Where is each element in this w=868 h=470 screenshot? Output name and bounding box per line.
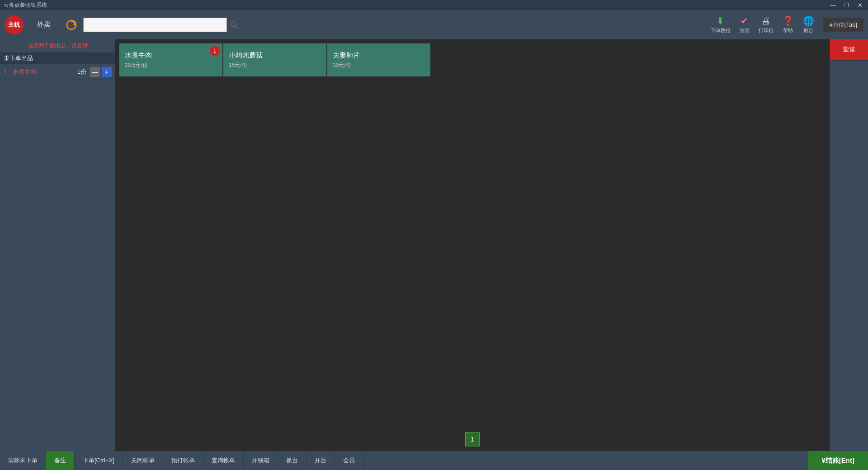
increase-qty-button[interactable]: + (102, 67, 112, 77)
action-printer-label: 打印机 (759, 27, 774, 34)
close-order-button[interactable]: 关闭帐单 (123, 451, 163, 470)
action-clean-label: 沽清 (740, 27, 750, 34)
titlebar-title: 云食点餐收银系统 (4, 1, 47, 9)
refresh-button[interactable] (64, 18, 79, 32)
menu-pagination: 1 (465, 432, 480, 446)
minimize-button[interactable]: — (828, 2, 838, 9)
query-order-button[interactable]: 查询帐单 (203, 451, 244, 470)
action-backend[interactable]: 🌐 后台 (803, 15, 814, 34)
menu-item[interactable]: 小鸡炖蘑菇 15元/份 (223, 43, 327, 77)
menu-item[interactable]: 夫妻肺片 30元/份 (327, 43, 431, 77)
member-button[interactable]: 会员 (335, 451, 363, 470)
menu-area: 水煮牛肉 20.5元/份 1 小鸡炖蘑菇 15元/份 夫妻肺片 30元/份 1 (115, 39, 830, 451)
order-item-number: 1 (4, 69, 10, 76)
action-backend-label: 后台 (803, 27, 813, 34)
takeout-tab[interactable]: 外卖 (28, 20, 60, 29)
order-list-header: 未下单出品 (0, 52, 115, 64)
place-order-button[interactable]: 下单[Ctrl+X] (75, 451, 123, 470)
transfer-button[interactable]: 换台 (278, 451, 307, 470)
remark-button[interactable]: 备注 (46, 451, 75, 470)
check-icon: ✔ (741, 15, 748, 26)
menu-item-name: 夫妻肺片 (333, 51, 425, 60)
sidebar: 该桌列下面出品，请及时 未下单出品 1 水煮牛肉 1份 — + (0, 39, 115, 451)
svg-line-3 (235, 26, 237, 28)
menu-item-price: 20.5元/份 (125, 62, 217, 69)
titlebar-controls: — ❐ ✕ (828, 2, 864, 9)
svg-marker-1 (73, 23, 75, 26)
download-icon: ⬇ (717, 15, 724, 26)
order-items-list: 1 水煮牛肉 1份 — + (0, 64, 115, 451)
action-download-label: 下单数报 (711, 27, 731, 34)
bottombar: 清除未下单 备注 下单[Ctrl+X] 关闭帐单 预打帐单 查询帐单 开钱箱 换… (0, 451, 868, 470)
topbar-right: ⬇ 下单数报 ✔ 沽清 🖨 打印机 ❓ 帮助 🌐 后台 #台位[Tab] (711, 15, 863, 34)
titlebar: 云食点餐收银系统 — ❐ ✕ (0, 0, 868, 10)
table-tab-button[interactable]: #台位[Tab] (823, 18, 863, 32)
open-box-button[interactable]: 开钱箱 (244, 451, 278, 470)
menu-item[interactable]: 水煮牛肉 20.5元/份 1 (119, 43, 223, 77)
decrease-qty-button[interactable]: — (90, 67, 100, 77)
pre-order-button[interactable]: 预打帐单 (163, 451, 203, 470)
action-help[interactable]: ❓ 帮助 (783, 15, 794, 34)
close-button[interactable]: ✕ (856, 2, 864, 9)
menu-item-badge: 1 (210, 46, 220, 56)
search-area (83, 18, 241, 32)
search-input[interactable] (83, 18, 227, 32)
topbar: 主机 外卖 ⬇ 下单数报 ✔ 沽清 🖨 打印机 (0, 10, 868, 39)
menu-item-price: 15元/份 (229, 62, 321, 69)
search-button[interactable] (227, 18, 241, 32)
action-clean[interactable]: ✔ 沽清 (740, 15, 750, 34)
order-item-name: 水煮牛肉 (13, 68, 74, 76)
split-button[interactable]: 开台 (307, 451, 335, 470)
menu-grid: 水煮牛肉 20.5元/份 1 小鸡炖蘑菇 15元/份 夫妻肺片 30元/份 (115, 39, 830, 81)
page-button-1[interactable]: 1 (465, 432, 480, 446)
category-item-meat[interactable]: 荤菜 (830, 39, 868, 61)
sidebar-hint: 该桌列下面出品，请及时 (0, 39, 115, 52)
globe-icon: 🌐 (803, 15, 814, 26)
clear-pending-button[interactable]: 清除未下单 (0, 451, 46, 470)
main-content: 该桌列下面出品，请及时 未下单出品 1 水煮牛肉 1份 — + 水煮牛肉 20.… (0, 39, 868, 451)
action-help-label: 帮助 (783, 27, 793, 34)
restore-button[interactable]: ❐ (842, 2, 851, 9)
table-row: 1 水煮牛肉 1份 — + (0, 64, 115, 80)
menu-item-name: 水煮牛肉 (125, 51, 217, 60)
menu-item-price: 30元/份 (333, 62, 425, 69)
action-printer[interactable]: 🖨 打印机 (759, 16, 774, 34)
help-icon: ❓ (783, 15, 794, 26)
action-download[interactable]: ⬇ 下单数报 (711, 15, 731, 34)
menu-item-name: 小鸡炖蘑菇 (229, 51, 321, 60)
order-item-qty: 1份 (74, 68, 86, 76)
main-logo-button[interactable]: 主机 (5, 15, 24, 34)
printer-icon: 🖨 (761, 16, 770, 26)
category-sidebar: 荤菜 (830, 39, 868, 451)
checkout-button[interactable]: ¥结账[Ent] (808, 451, 868, 470)
